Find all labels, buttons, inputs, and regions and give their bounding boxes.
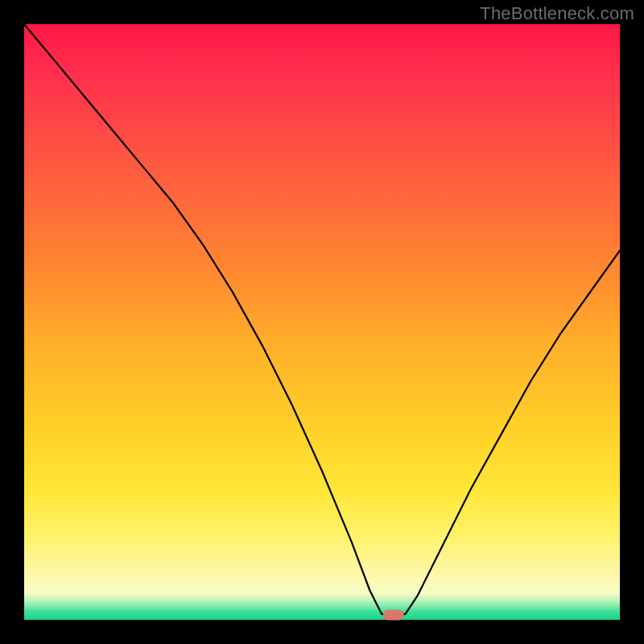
chart-frame: TheBottleneck.com	[0, 0, 644, 644]
watermark-text: TheBottleneck.com	[480, 3, 634, 24]
optimum-marker	[383, 610, 404, 621]
chart-overlay	[24, 24, 620, 620]
bottleneck-curve	[24, 24, 620, 617]
